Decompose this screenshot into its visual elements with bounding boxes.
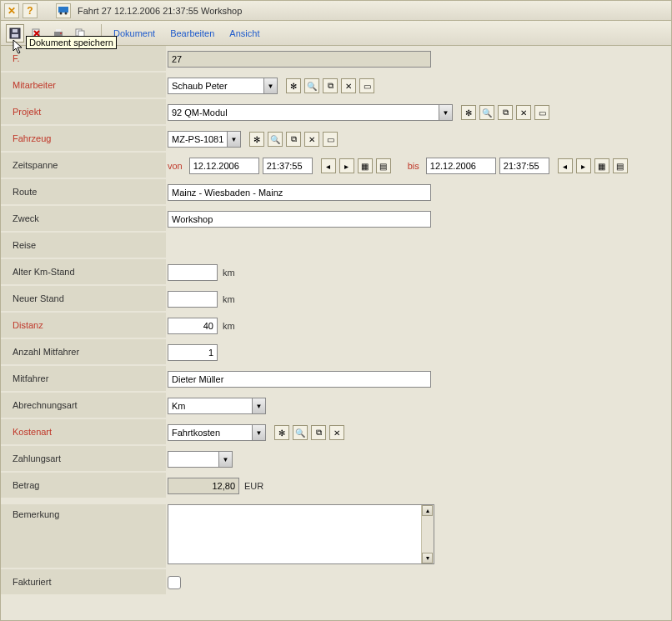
route-field[interactable]: [168, 184, 431, 201]
abrechnungsart-select[interactable]: ▼: [168, 398, 266, 414]
zweck-field[interactable]: [168, 211, 431, 228]
scroll-down-icon[interactable]: ▾: [422, 553, 433, 563]
kostenart-select[interactable]: ▼: [168, 424, 266, 441]
label-route: Route: [1, 179, 166, 206]
label-zeitspanne: Zeitspanne: [1, 153, 166, 179]
calendar-icon[interactable]: ▦: [358, 158, 373, 173]
scroll-up-icon[interactable]: ▴: [422, 505, 433, 516]
next-icon[interactable]: ▸: [339, 158, 354, 173]
title-icon-box: [56, 3, 71, 18]
mitfahrer-field[interactable]: [168, 371, 431, 388]
tooltip: Dokument speichern: [26, 36, 117, 49]
unit-km: km: [223, 268, 235, 278]
dropdown-icon[interactable]: ▼: [252, 398, 265, 413]
menu-ansicht[interactable]: Ansicht: [229, 28, 259, 38]
toolbar: Dokument Bearbeiten Ansicht Dokument spe…: [1, 21, 671, 46]
page-icon[interactable]: ▭: [323, 132, 338, 147]
label-betrag: Betrag: [1, 473, 166, 499]
unit-km: km: [223, 294, 235, 304]
new-icon[interactable]: ✻: [274, 425, 289, 440]
svg-rect-0: [58, 7, 68, 13]
dropdown-icon[interactable]: ▼: [439, 105, 452, 120]
fakturiert-checkbox[interactable]: [168, 576, 181, 589]
title-bar: ✕ ? Fahrt 27 12.12.2006 21:37:55 Worksho…: [1, 1, 671, 21]
distanz-field[interactable]: [168, 318, 218, 334]
new-icon[interactable]: ✻: [461, 105, 476, 120]
clear-icon[interactable]: ✕: [341, 78, 356, 93]
dropdown-icon[interactable]: ▼: [218, 452, 232, 467]
fahrzeug-select[interactable]: ▼: [168, 131, 241, 148]
dropdown-icon[interactable]: ▼: [263, 78, 277, 93]
menu-dokument[interactable]: Dokument: [113, 28, 155, 38]
fahrzeug-value[interactable]: [168, 132, 227, 147]
alterkm-field[interactable]: [168, 264, 218, 281]
textarea-scrollbar[interactable]: ▴ ▾: [421, 505, 434, 563]
anzahl-mitfahrer-field[interactable]: [168, 344, 218, 361]
zahlungsart-value[interactable]: [168, 452, 218, 467]
search-icon[interactable]: 🔍: [304, 78, 319, 93]
label-abrechnungsart: Abrechnungsart: [1, 393, 166, 419]
help-icon: ?: [27, 5, 33, 17]
abrechnungsart-value[interactable]: [168, 398, 252, 413]
projekt-select[interactable]: ▼: [168, 104, 453, 121]
prev-icon[interactable]: ◂: [321, 158, 336, 173]
label-anzahlmitfahrer: Anzahl Mitfahrer: [1, 339, 166, 366]
save-icon: [9, 28, 21, 39]
label-bis: bis: [408, 161, 419, 171]
zahlungsart-select[interactable]: ▼: [168, 451, 233, 468]
duplicate-icon[interactable]: ⧉: [311, 425, 326, 440]
svg-rect-8: [56, 29, 61, 32]
mitarbeiter-value[interactable]: [168, 78, 263, 93]
label-mitfahrer: Mitfahrer: [1, 366, 166, 393]
von-time-field[interactable]: [263, 158, 313, 174]
projekt-value[interactable]: [168, 105, 439, 120]
bis-time-field[interactable]: [499, 158, 549, 174]
help-button[interactable]: ?: [23, 3, 38, 18]
mitarbeiter-select[interactable]: ▼: [168, 78, 278, 94]
clear-icon[interactable]: ✕: [329, 425, 344, 440]
search-icon[interactable]: 🔍: [293, 425, 308, 440]
neuerstand-field[interactable]: [168, 291, 218, 308]
search-icon[interactable]: 🔍: [268, 132, 283, 147]
car-icon: [58, 7, 68, 15]
clear-icon[interactable]: ✕: [304, 132, 319, 147]
page-icon[interactable]: ▭: [359, 78, 374, 93]
calendar-icon[interactable]: ▦: [594, 158, 609, 173]
svg-point-2: [65, 12, 68, 14]
new-icon[interactable]: ✻: [249, 132, 264, 147]
label-neuerstand: Neuer Stand: [1, 286, 166, 313]
new-icon[interactable]: ✻: [286, 78, 301, 93]
svg-rect-4: [12, 34, 18, 38]
close-button[interactable]: ✕: [4, 3, 19, 18]
label-bemerkung: Bemerkung: [1, 504, 166, 569]
page-icon[interactable]: ▭: [534, 105, 549, 120]
label-kostenart: Kostenart: [1, 419, 166, 446]
close-icon: ✕: [8, 5, 16, 17]
unit-eur: EUR: [244, 481, 263, 491]
menu-bearbeiten[interactable]: Bearbeiten: [170, 28, 214, 38]
kostenart-value[interactable]: [168, 425, 252, 440]
form: F. Mitarbeiter ▼ ✻ 🔍 ⧉ ✕ ▭ Projekt ▼: [1, 46, 671, 596]
label-reise: Reise: [1, 233, 166, 259]
bis-date-field[interactable]: [426, 158, 496, 174]
prev-icon[interactable]: ◂: [558, 158, 573, 173]
duplicate-icon[interactable]: ⧉: [498, 105, 513, 120]
label-zahlungsart: Zahlungsart: [1, 446, 166, 473]
duplicate-icon[interactable]: ⧉: [286, 132, 301, 147]
svg-rect-5: [13, 29, 18, 33]
save-button[interactable]: [6, 24, 24, 43]
label-von: von: [168, 161, 183, 171]
grid-icon[interactable]: ▤: [613, 158, 628, 173]
clear-icon[interactable]: ✕: [516, 105, 531, 120]
von-date-field[interactable]: [189, 158, 259, 174]
label-alterkm: Alter Km-Stand: [1, 259, 166, 286]
grid-icon[interactable]: ▤: [376, 158, 391, 173]
next-icon[interactable]: ▸: [576, 158, 591, 173]
window-title: Fahrt 27 12.12.2006 21:37:55 Workshop: [78, 6, 242, 16]
bemerkung-field[interactable]: [168, 504, 434, 564]
duplicate-icon[interactable]: ⧉: [323, 78, 338, 93]
dropdown-icon[interactable]: ▼: [227, 132, 240, 147]
dropdown-icon[interactable]: ▼: [252, 425, 265, 440]
label-fahrzeug: Fahrzeug: [1, 126, 166, 153]
search-icon[interactable]: 🔍: [479, 105, 494, 120]
